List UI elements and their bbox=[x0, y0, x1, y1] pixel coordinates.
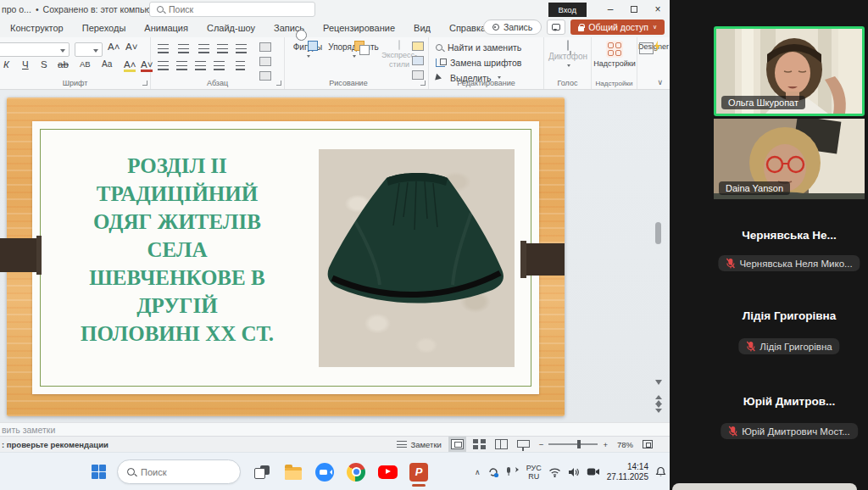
shape-fill-button[interactable] bbox=[412, 42, 424, 51]
zoom-toolbar-edge[interactable] bbox=[672, 483, 857, 490]
drawing-dialog-launcher-icon[interactable] bbox=[420, 81, 426, 86]
font-name-combo[interactable] bbox=[0, 42, 70, 57]
tab-perehody[interactable]: Переходы bbox=[82, 23, 126, 33]
start-button[interactable] bbox=[92, 465, 106, 479]
record-button[interactable]: Запись bbox=[483, 19, 542, 35]
slideshow-view-button[interactable] bbox=[517, 440, 530, 448]
text-shadow-button[interactable]: S bbox=[41, 59, 47, 70]
slide-canvas[interactable]: РОЗДІЛ ІІ ТРАДИЦІЙНИЙ ОДЯГ ЖИТЕЛІВ СЕЛА … bbox=[7, 97, 565, 416]
paragraph-dialog-launcher-icon[interactable] bbox=[276, 81, 281, 86]
justify-button[interactable] bbox=[214, 61, 225, 70]
replace-fonts-button[interactable]: Замена шрифтов bbox=[436, 58, 521, 68]
char-spacing-button[interactable]: АВ bbox=[80, 59, 91, 69]
signin-button[interactable]: Вход bbox=[548, 3, 587, 17]
chrome-button[interactable] bbox=[346, 462, 366, 482]
zoom-out-icon[interactable]: − bbox=[539, 440, 544, 449]
shape-effects-button[interactable] bbox=[412, 70, 424, 80]
addins-button[interactable]: Надстройки bbox=[592, 41, 637, 69]
highlight-color-button[interactable]: А˄ bbox=[124, 59, 136, 72]
zoom-thumb[interactable] bbox=[577, 440, 581, 448]
zoom-track[interactable] bbox=[548, 443, 598, 444]
font-dialog-launcher-icon[interactable] bbox=[142, 81, 147, 86]
align-center-button[interactable] bbox=[176, 61, 187, 70]
scroll-down-icon[interactable] bbox=[655, 380, 662, 388]
slide-title[interactable]: РОЗДІЛ ІІ ТРАДИЦІЙНИЙ ОДЯГ ЖИТЕЛІВ СЕЛА … bbox=[41, 152, 314, 348]
columns-button[interactable] bbox=[236, 61, 245, 70]
tab-spravka[interactable]: Справка bbox=[449, 23, 486, 33]
shapes-button[interactable]: Фигуры bbox=[288, 41, 327, 61]
accessibility-status[interactable]: : проверьте рекомендации bbox=[0, 440, 108, 449]
next-slide-button[interactable] bbox=[655, 404, 662, 414]
audio-participant-badge[interactable]: Лідія Григорівна bbox=[738, 338, 839, 354]
share-button[interactable]: Общий доступ ∨ bbox=[570, 19, 665, 35]
comments-button[interactable] bbox=[547, 19, 565, 35]
restore-button[interactable] bbox=[622, 0, 646, 19]
tab-slideshow[interactable]: Слайд-шоу bbox=[207, 23, 255, 33]
video-tile-daina[interactable]: Daina Yanson bbox=[714, 119, 865, 199]
shrink-font-button[interactable]: А˅ bbox=[125, 42, 137, 52]
speaker-icon[interactable] bbox=[568, 467, 580, 477]
designer-button[interactable]: Designer bbox=[637, 41, 670, 52]
taskbar-search[interactable] bbox=[117, 459, 241, 484]
text-direction-button[interactable] bbox=[259, 42, 271, 52]
align-text-button[interactable] bbox=[259, 57, 271, 66]
office-search-box[interactable] bbox=[149, 2, 315, 17]
change-case-button[interactable]: Аа bbox=[102, 59, 112, 69]
align-left-button[interactable] bbox=[158, 61, 169, 70]
mic-location-icons[interactable] bbox=[506, 466, 520, 477]
tray-chevron-up-icon[interactable]: ∧ bbox=[475, 468, 481, 476]
office-search-input[interactable] bbox=[169, 4, 287, 14]
notes-toggle-button[interactable]: Заметки bbox=[397, 440, 442, 449]
minimize-button[interactable]: – bbox=[598, 0, 622, 19]
line-spacing-button[interactable] bbox=[236, 44, 247, 53]
wifi-icon[interactable] bbox=[548, 467, 561, 477]
tab-vid[interactable]: Вид bbox=[414, 23, 431, 33]
decrease-indent-button[interactable] bbox=[198, 44, 209, 53]
scrollbar-thumb[interactable] bbox=[655, 222, 661, 244]
taskbar-clock[interactable]: 14:14 27.11.2025 bbox=[607, 462, 648, 482]
fit-to-window-icon[interactable] bbox=[643, 440, 653, 448]
notes-bar[interactable]: вить заметки bbox=[0, 422, 670, 436]
task-view-button[interactable] bbox=[252, 462, 272, 482]
grow-font-button[interactable]: А˄ bbox=[108, 42, 120, 52]
normal-view-button[interactable] bbox=[451, 439, 464, 449]
notification-bell-icon[interactable] bbox=[655, 466, 666, 477]
dictaphone-button[interactable]: Диктофон bbox=[544, 41, 592, 70]
align-right-button[interactable] bbox=[195, 61, 206, 70]
italic-button[interactable]: К bbox=[3, 59, 9, 70]
font-size-combo[interactable] bbox=[75, 42, 103, 57]
file-explorer-button[interactable] bbox=[283, 462, 303, 482]
slide-sorter-view-button[interactable] bbox=[473, 439, 486, 449]
autosave-status[interactable]: Сохранено в: этот компьютер bbox=[43, 4, 165, 14]
zoom-app-button[interactable] bbox=[314, 462, 335, 482]
collapse-ribbon-icon[interactable]: ∨ bbox=[657, 78, 663, 86]
sync-icon[interactable] bbox=[487, 466, 499, 478]
find-replace-button[interactable]: Найти и заменить bbox=[436, 42, 521, 53]
audio-participant-badge[interactable]: Чернявська Неля Мико... bbox=[718, 255, 860, 271]
reading-view-button[interactable] bbox=[495, 439, 508, 449]
skirt-photo[interactable] bbox=[319, 149, 515, 367]
zoom-in-icon[interactable]: + bbox=[603, 440, 608, 449]
vertical-scrollbar[interactable] bbox=[654, 93, 663, 417]
arrange-button[interactable]: Упорядочить bbox=[327, 41, 380, 61]
video-tile-olga[interactable]: Ольга Шкуропат bbox=[714, 26, 865, 116]
tab-recenzirovanie[interactable]: Рецензирование bbox=[323, 23, 395, 33]
previous-slide-button[interactable] bbox=[655, 392, 662, 402]
zoom-percentage[interactable]: 78% bbox=[617, 440, 633, 449]
close-button[interactable]: × bbox=[646, 0, 670, 19]
tab-konstruktor[interactable]: Конструктор bbox=[10, 23, 64, 33]
tab-animacia[interactable]: Анимация bbox=[144, 23, 188, 33]
increase-indent-button[interactable] bbox=[217, 44, 228, 53]
audio-participant-badge[interactable]: Юрій Дмитрович Мост... bbox=[721, 423, 858, 439]
powerpoint-app-button[interactable]: P bbox=[409, 462, 429, 482]
shape-outline-button[interactable] bbox=[412, 56, 424, 65]
camera-in-use-icon[interactable] bbox=[587, 467, 600, 476]
numbering-button[interactable] bbox=[178, 44, 189, 53]
underline-button[interactable]: Ч bbox=[22, 59, 29, 70]
bullets-button[interactable] bbox=[158, 44, 169, 53]
youtube-button[interactable] bbox=[377, 462, 398, 482]
strikethrough-button[interactable]: ab bbox=[58, 59, 69, 70]
zoom-slider[interactable]: − + bbox=[539, 440, 608, 449]
language-indicator[interactable]: РУС RU bbox=[526, 464, 542, 481]
taskbar-search-input[interactable] bbox=[141, 467, 225, 477]
